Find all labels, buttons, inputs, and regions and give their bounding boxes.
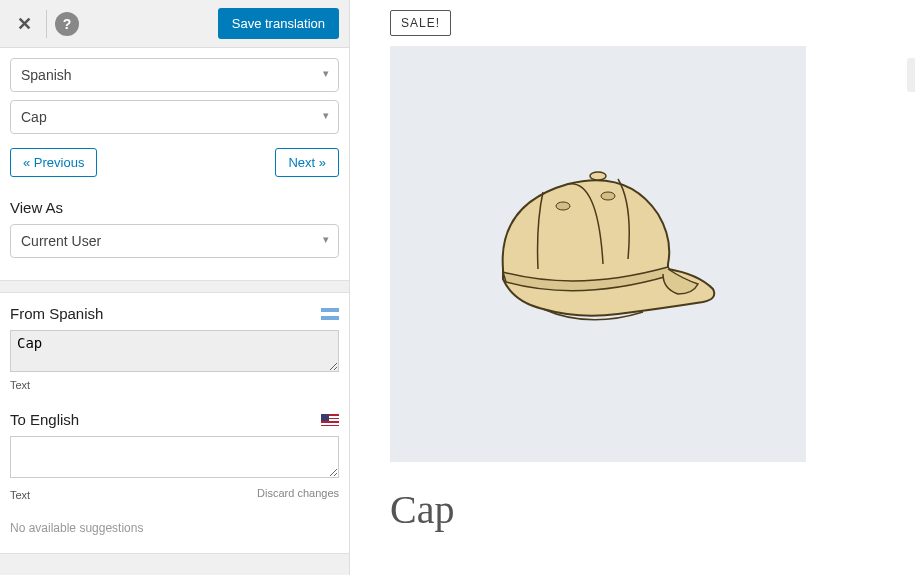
from-language-label: From Spanish (10, 305, 103, 322)
sale-badge: SALE! (390, 10, 451, 36)
discard-changes-link[interactable]: Discard changes (257, 487, 339, 499)
to-language-label: To English (10, 411, 79, 428)
svg-point-2 (590, 172, 606, 180)
from-section: From Spanish Text (0, 293, 349, 399)
product-image (390, 46, 806, 462)
target-type-label: Text (10, 489, 30, 501)
zoom-button[interactable] (907, 58, 915, 92)
section-divider (0, 280, 349, 293)
target-textarea[interactable] (10, 436, 339, 478)
toolbar-divider (46, 10, 47, 38)
svg-point-0 (556, 202, 570, 210)
product-title: Cap (390, 486, 885, 533)
source-type-label: Text (10, 379, 339, 391)
translation-sidebar: ✕ ? Save translation Spanish Cap « Previ… (0, 0, 350, 575)
previous-button[interactable]: « Previous (10, 148, 97, 177)
top-toolbar: ✕ ? Save translation (0, 0, 349, 48)
item-select[interactable]: Cap (10, 100, 339, 134)
language-select[interactable]: Spanish (10, 58, 339, 92)
svg-point-1 (601, 192, 615, 200)
bottom-divider (0, 553, 349, 575)
product-preview: SALE! Cap (350, 0, 915, 575)
view-as-select[interactable]: Current User (10, 224, 339, 258)
close-button[interactable]: ✕ (10, 10, 38, 38)
no-suggestions-text: No available suggestions (0, 509, 349, 553)
nav-row: « Previous Next » (0, 142, 349, 191)
to-section: To English Text Discard changes (0, 399, 349, 509)
cap-illustration-icon (468, 154, 728, 354)
next-button[interactable]: Next » (275, 148, 339, 177)
flag-icon (321, 414, 339, 426)
view-as-block: View As Current User (0, 191, 349, 280)
selectors-block: Spanish Cap (0, 48, 349, 142)
view-as-label: View As (10, 199, 339, 216)
flag-icon (321, 308, 339, 320)
source-textarea[interactable] (10, 330, 339, 372)
help-button[interactable]: ? (55, 12, 79, 36)
save-translation-button[interactable]: Save translation (218, 8, 339, 39)
